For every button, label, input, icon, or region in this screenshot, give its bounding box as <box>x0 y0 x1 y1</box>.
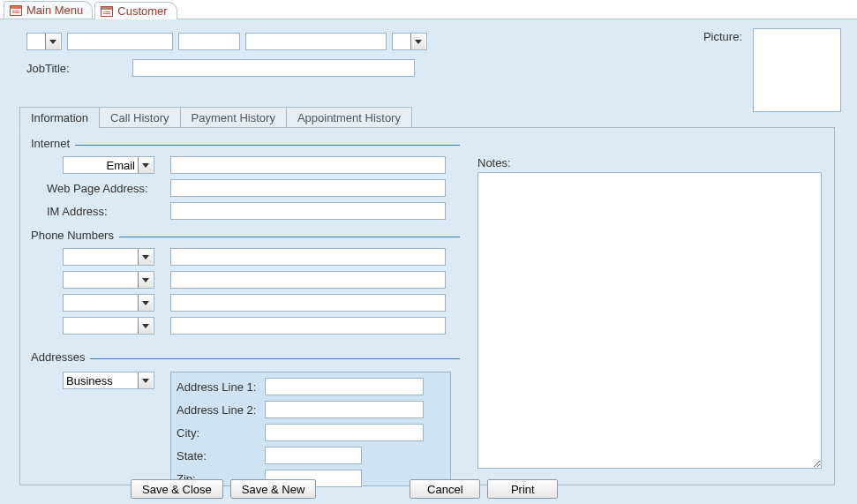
chevron-down-icon[interactable] <box>138 295 153 311</box>
group-label: Internet <box>31 137 75 150</box>
phone-number-input-4[interactable] <box>170 317 446 335</box>
webpage-input[interactable] <box>170 179 446 197</box>
save-new-button[interactable]: Save & New <box>230 479 317 499</box>
phone-type-combo-2[interactable] <box>63 271 154 289</box>
address-type-input[interactable] <box>64 372 138 388</box>
app-tab-label: Main Menu <box>26 4 83 17</box>
email-type-combo[interactable] <box>63 156 154 174</box>
detail-tabstrip: Information Call History Payment History… <box>19 106 835 128</box>
phone-number-input-3[interactable] <box>170 294 446 312</box>
webpage-label: Web Page Address: <box>31 182 170 195</box>
cancel-button[interactable]: Cancel <box>410 479 480 499</box>
phone-type-combo-4[interactable] <box>63 317 154 335</box>
save-close-button[interactable]: Save & Close <box>131 479 223 499</box>
phone-number-input-2[interactable] <box>170 271 446 289</box>
phone-type-combo-3[interactable] <box>63 294 154 312</box>
chevron-down-icon[interactable] <box>138 157 153 173</box>
app-tab-label: Customer <box>117 4 167 18</box>
print-button[interactable]: Print <box>487 479 558 499</box>
detail-tabset: Information Call History Payment History… <box>19 106 835 485</box>
email-type-input[interactable] <box>64 157 138 173</box>
phone-type-combo-1[interactable] <box>63 248 154 266</box>
tabpage-information: Internet Web Page Address: <box>19 127 835 485</box>
tab-appointment-history[interactable]: Appointment History <box>286 107 412 129</box>
email-input[interactable] <box>170 156 446 174</box>
title-combo[interactable] <box>26 33 62 50</box>
app-tab-customer[interactable]: Customer <box>94 2 177 19</box>
addr-city-input[interactable] <box>265 424 424 441</box>
group-addresses: Addresses Address Line 1: Address Line 2… <box>31 352 460 485</box>
tabstrip-filler <box>411 106 835 128</box>
group-divider <box>31 358 460 359</box>
picture-label: Picture: <box>703 30 742 43</box>
addr-line2-label: Address Line 2: <box>177 403 265 417</box>
phone-type-input[interactable] <box>64 318 138 334</box>
chevron-down-icon[interactable] <box>138 249 153 265</box>
jobtitle-row: JobTitle: <box>26 59 415 77</box>
addr-line2-input[interactable] <box>265 401 424 418</box>
middle-name-input[interactable] <box>178 33 240 50</box>
im-label: IM Address: <box>31 205 170 218</box>
suffix-combo-input[interactable] <box>393 34 410 49</box>
phone-type-input[interactable] <box>64 272 138 288</box>
jobtitle-label: JobTitle: <box>26 62 124 75</box>
group-internet: Internet Web Page Address: <box>31 139 460 220</box>
last-name-input[interactable] <box>245 33 387 50</box>
addr-line1-input[interactable] <box>265 378 424 395</box>
app-tab-strip: Main Menu Customer <box>0 0 857 19</box>
address-type-combo[interactable] <box>63 372 154 389</box>
im-input[interactable] <box>170 202 446 220</box>
phone-type-input[interactable] <box>64 249 138 265</box>
picture-box[interactable] <box>753 28 841 112</box>
group-label: Phone Numbers <box>31 229 119 242</box>
tab-information[interactable]: Information <box>19 107 100 129</box>
addr-state-label: State: <box>177 449 265 463</box>
chevron-down-icon[interactable] <box>138 372 153 388</box>
phone-type-input[interactable] <box>64 295 138 311</box>
phone-number-input-1[interactable] <box>170 248 446 266</box>
chevron-down-icon[interactable] <box>138 272 153 288</box>
form-icon <box>10 5 22 16</box>
title-combo-input[interactable] <box>27 34 45 49</box>
notes-textarea[interactable] <box>477 172 822 469</box>
chevron-down-icon[interactable] <box>410 34 425 49</box>
jobtitle-input[interactable] <box>132 59 415 77</box>
chevron-down-icon[interactable] <box>45 34 60 49</box>
group-phones: Phone Numbers <box>31 230 460 343</box>
group-label: Addresses <box>31 350 90 364</box>
address-panel: Address Line 1: Address Line 2: City: St… <box>170 372 451 486</box>
form-buttons: Save & Close Save & New Cancel Print <box>0 479 857 499</box>
app-tab-main-menu[interactable]: Main Menu <box>4 1 93 19</box>
tab-call-history[interactable]: Call History <box>99 107 180 129</box>
suffix-combo[interactable] <box>392 33 427 50</box>
addr-line1-label: Address Line 1: <box>177 380 265 394</box>
addr-city-label: City: <box>177 426 265 440</box>
button-gap <box>323 479 402 499</box>
tab-payment-history[interactable]: Payment History <box>180 107 287 129</box>
group-divider <box>31 145 460 146</box>
addr-state-input[interactable] <box>265 447 362 464</box>
customer-form: Picture: JobTitle: Information Call Hist… <box>0 19 857 504</box>
form-icon <box>101 6 113 17</box>
chevron-down-icon[interactable] <box>138 318 153 334</box>
first-name-input[interactable] <box>67 33 173 50</box>
name-row <box>26 33 427 50</box>
notes-label: Notes: <box>477 156 511 169</box>
